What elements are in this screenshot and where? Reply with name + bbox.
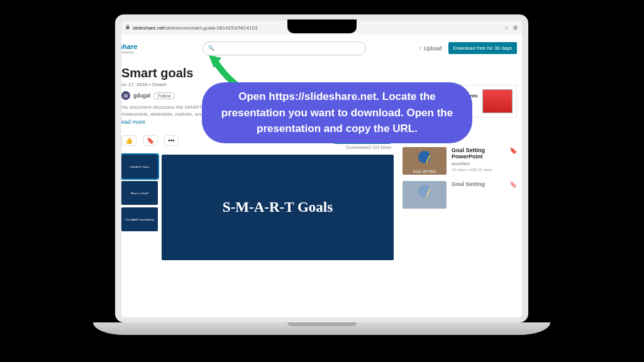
lock-icon [125, 25, 130, 31]
site-header: share company 🔍 ↑ Upload Download free f… [121, 35, 522, 62]
document-title: Smart goals [121, 66, 394, 80]
slide-thumb-2[interactable]: What is a Goal? [121, 181, 158, 205]
recommended-thumb [402, 181, 447, 209]
search-icon: 🔍 [208, 45, 214, 51]
slide-thumb-3[interactable]: The SMART Goal Method [121, 207, 158, 231]
recommended-title: Goal Setting [452, 181, 504, 187]
author-avatar[interactable]: G [121, 91, 130, 100]
recommended-title: Goal Setting PowerPoint [452, 147, 504, 160]
download-free-button[interactable]: Download free for 30 days [448, 42, 517, 54]
main-slide[interactable]: S-M-A-R-T Goals [162, 155, 394, 260]
laptop-base [93, 322, 550, 335]
recommended-item[interactable]: GOAL SETTING Goal Setting PowerPoint emu… [402, 147, 517, 175]
laptop-notch [287, 19, 357, 33]
slide-viewer: S-M-A-R-T Goals What is a Goal? The SMAR… [121, 155, 394, 260]
recommended-stats: 13 slides • 238.1K views [452, 168, 504, 172]
annotation-callout: Open https://slideshare.net. Locate the … [202, 82, 472, 143]
extension-icon[interactable]: ⊞ [512, 25, 518, 31]
bookmark-button[interactable]: 🔖 [143, 135, 158, 146]
laptop-bezel: slideshare.net/slideshow/smart-goals-581… [115, 14, 528, 322]
recommended-author: emurfield [452, 162, 504, 166]
upload-button[interactable]: ↑ Upload [419, 45, 442, 52]
like-button[interactable]: 👍 [121, 135, 136, 146]
star-icon[interactable]: ☆ [503, 25, 509, 31]
header-actions: ↑ Upload Download free for 30 days [419, 42, 522, 54]
recommended-thumb: GOAL SETTING [402, 147, 447, 175]
download-count: Downloaded 131 times [347, 145, 391, 150]
action-icons: 👍 🔖 ••• [121, 135, 179, 146]
slide-thumb-1[interactable]: S-M-A-R-T Goals [121, 155, 158, 178]
browser-screen: slideshare.net/slideshow/smart-goals-581… [121, 21, 522, 317]
follow-button[interactable]: Follow [153, 92, 175, 99]
upload-icon: ↑ [419, 45, 423, 52]
laptop-frame: slideshare.net/slideshow/smart-goals-581… [115, 14, 528, 335]
promo-image [482, 89, 513, 113]
slide-thumbnails: S-M-A-R-T Goals What is a Goal? The SMAR… [121, 155, 158, 260]
bookmark-icon[interactable]: 🔖 [509, 147, 517, 175]
bookmark-icon[interactable]: 🔖 [509, 181, 517, 209]
site-logo[interactable]: share company [121, 43, 137, 54]
author-name[interactable]: gdugal [133, 92, 150, 99]
recommended-item[interactable]: Goal Setting 🔖 [402, 181, 517, 209]
more-button[interactable]: ••• [164, 135, 179, 146]
page-content: share company 🔍 ↑ Upload Download free f… [121, 35, 522, 317]
